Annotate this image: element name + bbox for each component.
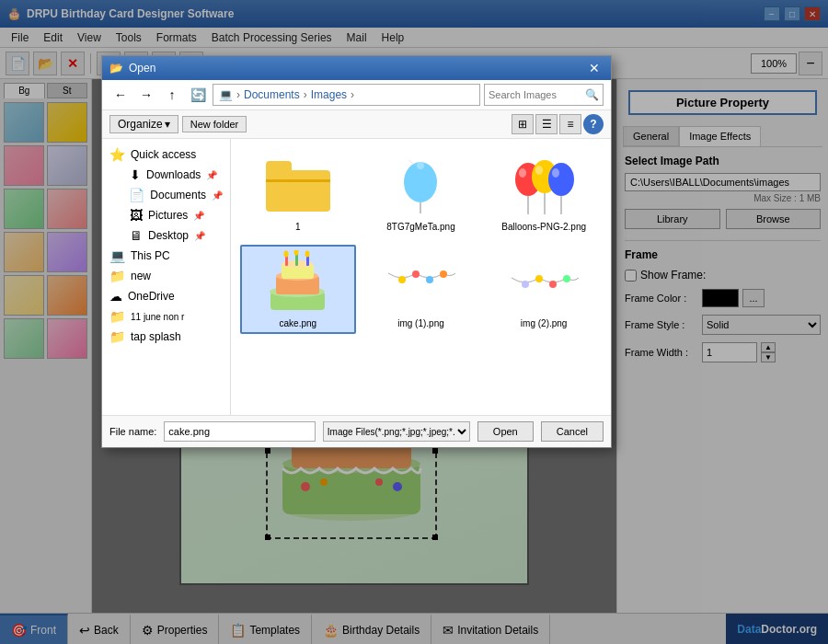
downloads-label: Downloads <box>146 168 201 181</box>
dialog-sidebar: ⭐ Quick access ⬇ Downloads 📌 📄 Documents… <box>102 139 231 415</box>
organize-label: Organize <box>118 118 163 131</box>
nav-forward-button[interactable]: → <box>135 84 157 106</box>
view-details-button[interactable]: ≡ <box>559 114 581 134</box>
file-item-cake[interactable]: cake.png <box>240 245 356 334</box>
quick-access-icon: ⭐ <box>109 147 125 162</box>
new-label: new <box>131 270 151 282</box>
file-name-img2: img (2).png <box>521 318 568 328</box>
pictures-label: Pictures <box>148 209 188 222</box>
file-item-balloons-yellow[interactable]: 8TG7gMeTa.png <box>363 148 479 237</box>
dialog-overlay: 📂 Open ✕ ← → ↑ 🔄 💻 › Documents › Images … <box>0 0 828 644</box>
view-list-button[interactable]: ☰ <box>535 114 558 134</box>
cake-thumb-svg <box>263 250 332 315</box>
breadcrumb-icon: 💻 <box>219 88 233 101</box>
help-button[interactable]: ? <box>583 114 604 134</box>
file-grid: 1 8TG7gMeTa.png <box>231 139 611 415</box>
sidebar-quick-access[interactable]: ⭐ Quick access <box>102 144 230 165</box>
file-thumb-img2 <box>507 250 581 315</box>
file-name-input[interactable]: cake.png <box>164 421 315 442</box>
svg-point-27 <box>548 163 574 196</box>
dialog-body: ⭐ Quick access ⬇ Downloads 📌 📄 Documents… <box>102 139 611 415</box>
sidebar-downloads[interactable]: ⬇ Downloads 📌 <box>102 165 230 185</box>
file-name-1: 1 <box>295 222 301 232</box>
dialog-nav-toolbar: ← → ↑ 🔄 💻 › Documents › Images › 🔍 <box>102 80 611 110</box>
organize-button[interactable]: Organize ▾ <box>109 115 178 133</box>
dialog-close-button[interactable]: ✕ <box>585 61 604 75</box>
open-button[interactable]: Open <box>477 421 534 442</box>
breadcrumb-documents[interactable]: Documents <box>244 88 300 101</box>
sidebar-tapsplash[interactable]: 📁 tap splash <box>102 327 230 347</box>
desktop-label: Desktop <box>148 229 189 242</box>
svg-point-41 <box>284 251 289 258</box>
svg-point-29 <box>519 168 526 178</box>
search-icon: 🔍 <box>585 88 599 101</box>
pictures-pin: 📌 <box>193 211 204 221</box>
svg-point-44 <box>398 276 406 283</box>
svg-point-45 <box>412 270 420 278</box>
tapsplash-icon: 📁 <box>109 329 125 344</box>
desktop-pin: 📌 <box>194 231 205 241</box>
file-item-folder-1[interactable]: 1 <box>240 148 356 237</box>
breadcrumb-bar: 💻 › Documents › Images › <box>213 84 480 106</box>
sidebar-documents[interactable]: 📄 Documents 📌 <box>102 185 230 205</box>
file-thumb-cake <box>261 250 335 315</box>
sidebar-onedrive[interactable]: ☁ OneDrive <box>102 286 230 306</box>
file-item-img2[interactable]: img (2).png <box>486 245 602 334</box>
onedrive-label: OneDrive <box>128 290 175 303</box>
balloons-yellow-svg <box>388 156 453 216</box>
new-icon: 📁 <box>109 269 125 283</box>
file-name-img1: img (1).png <box>397 318 444 328</box>
documents-pin: 📌 <box>212 190 223 201</box>
downloads-pin: 📌 <box>206 170 217 180</box>
search-input[interactable] <box>489 89 585 100</box>
quick-access-label: Quick access <box>131 148 196 161</box>
file-thumb-balloons-color <box>507 154 581 218</box>
svg-point-47 <box>440 270 447 278</box>
sidebar-pictures[interactable]: 🖼 Pictures 📌 <box>102 205 230 225</box>
file-name-label: File name: <box>109 426 156 437</box>
thispc-label: This PC <box>131 249 170 262</box>
downloads-icon: ⬇ <box>130 167 141 182</box>
tapsplash-label: tap splash <box>131 330 181 343</box>
sidebar-desktop[interactable]: 🖥 Desktop 📌 <box>102 225 230 246</box>
svg-point-30 <box>535 166 543 175</box>
img2-svg <box>507 259 581 305</box>
view-grid-button[interactable]: ⊞ <box>512 114 534 134</box>
svg-point-43 <box>305 251 310 258</box>
thispc-icon: 💻 <box>109 248 125 263</box>
organize-chevron: ▾ <box>165 118 170 131</box>
breadcrumb-images[interactable]: Images <box>311 88 347 101</box>
nav-back-button[interactable]: ← <box>109 84 132 106</box>
sidebar-11june[interactable]: 📁 11 june non r <box>102 306 230 327</box>
nav-up-button[interactable]: ↑ <box>161 84 183 106</box>
breadcrumb-sep-1: › <box>236 88 240 101</box>
svg-point-46 <box>426 276 433 283</box>
file-thumb-img1 <box>384 250 457 315</box>
file-item-balloons-color[interactable]: Balloons-PNG-2.png <box>486 148 602 237</box>
view-icons: ⊞ ☰ ≡ ? <box>512 114 604 134</box>
new-folder-button[interactable]: New folder <box>182 116 247 132</box>
breadcrumb-sep-3: › <box>351 88 354 101</box>
desktop-icon: 🖥 <box>130 228 143 243</box>
svg-point-31 <box>552 168 559 178</box>
pictures-icon: 🖼 <box>130 208 143 223</box>
onedrive-icon: ☁ <box>109 289 122 304</box>
open-dialog: 📂 Open ✕ ← → ↑ 🔄 💻 › Documents › Images … <box>101 55 612 448</box>
nav-refresh-button[interactable]: 🔄 <box>187 84 209 106</box>
breadcrumb-sep-2: › <box>304 88 307 101</box>
search-box: 🔍 <box>484 84 604 106</box>
file-name-balloons-color: Balloons-PNG-2.png <box>501 222 586 232</box>
svg-point-22 <box>417 162 424 169</box>
cancel-button[interactable]: Cancel <box>541 421 604 442</box>
sidebar-new[interactable]: 📁 new <box>102 266 230 286</box>
11june-icon: 📁 <box>109 309 125 324</box>
sidebar-thispc[interactable]: 💻 This PC <box>102 246 230 266</box>
balloons-color-svg <box>510 156 579 216</box>
file-thumb-1 <box>261 154 335 218</box>
svg-point-51 <box>563 275 570 282</box>
file-item-img1[interactable]: img (1).png <box>363 245 479 334</box>
file-name-balloons-yellow: 8TG7gMeTa.png <box>386 222 455 232</box>
dialog-footer: File name: cake.png Image Files(*.png;*.… <box>102 415 611 447</box>
file-type-select[interactable]: Image Files(*.png;*.jpg;*.jpeg;*. <box>323 421 470 442</box>
svg-point-50 <box>549 281 557 288</box>
